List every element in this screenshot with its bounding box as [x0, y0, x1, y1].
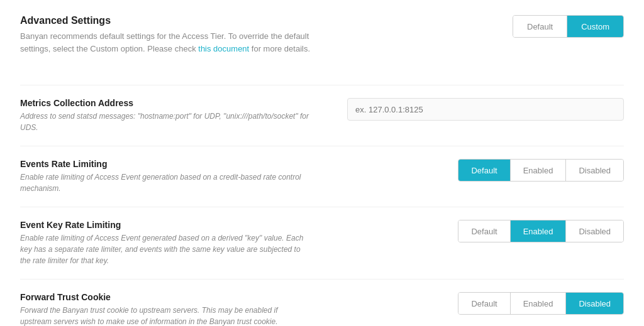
section-forward-trust-cookie: Forward Trust CookieForward the Banyan t… — [20, 279, 624, 326]
section-title-events-rate-limiting: Events Rate Limiting — [20, 159, 309, 169]
page-description: Banyan recommends default settings for t… — [20, 30, 335, 55]
section-desc-event-key-rate-limiting: Enable rate limiting of Access Event gen… — [20, 232, 309, 266]
input-metrics-collection[interactable] — [347, 98, 624, 121]
section-metrics-collection: Metrics Collection AddressAddress to sen… — [20, 85, 624, 146]
section-desc-forward-trust-cookie: Forward the Banyan trust cookie to upstr… — [20, 305, 309, 326]
section-right-metrics-collection — [347, 98, 624, 121]
tristate-event-key-rate-limiting: DefaultEnabledDisabled — [458, 220, 624, 242]
custom-button[interactable]: Custom — [567, 16, 623, 37]
description-text-2: for more details. — [249, 44, 310, 53]
btn-forward-trust-cookie-default[interactable]: Default — [458, 293, 510, 314]
btn-events-rate-limiting-default[interactable]: Default — [458, 160, 510, 181]
btn-event-key-rate-limiting-enabled[interactable]: Enabled — [511, 220, 567, 242]
btn-forward-trust-cookie-disabled[interactable]: Disabled — [566, 293, 623, 314]
section-left-events-rate-limiting: Events Rate LimitingEnable rate limiting… — [20, 159, 335, 194]
page-title: Advanced Settings — [20, 15, 335, 26]
tristate-forward-trust-cookie: DefaultEnabledDisabled — [458, 292, 624, 315]
section-event-key-rate-limiting: Event Key Rate LimitingEnable rate limit… — [20, 207, 624, 279]
section-right-events-rate-limiting: DefaultEnabledDisabled — [458, 159, 624, 182]
btn-event-key-rate-limiting-default[interactable]: Default — [458, 220, 510, 242]
section-left-metrics-collection: Metrics Collection AddressAddress to sen… — [20, 98, 335, 133]
section-title-metrics-collection: Metrics Collection Address — [20, 98, 309, 108]
section-desc-events-rate-limiting: Enable rate limiting of Access Event gen… — [20, 171, 309, 194]
advanced-settings-header: Advanced Settings Banyan recommends defa… — [20, 15, 624, 67]
default-button[interactable]: Default — [513, 16, 567, 37]
section-desc-metrics-collection: Address to send statsd messages: "hostna… — [20, 111, 309, 133]
settings-sections: Metrics Collection AddressAddress to sen… — [20, 85, 624, 326]
btn-forward-trust-cookie-enabled[interactable]: Enabled — [511, 293, 567, 314]
default-custom-toggle: Default Custom — [513, 15, 624, 38]
section-title-forward-trust-cookie: Forward Trust Cookie — [20, 292, 309, 302]
section-left-event-key-rate-limiting: Event Key Rate LimitingEnable rate limit… — [20, 220, 335, 266]
btn-events-rate-limiting-disabled[interactable]: Disabled — [566, 160, 623, 181]
section-left-forward-trust-cookie: Forward Trust CookieForward the Banyan t… — [20, 292, 335, 326]
section-events-rate-limiting: Events Rate LimitingEnable rate limiting… — [20, 146, 624, 207]
section-right-event-key-rate-limiting: DefaultEnabledDisabled — [458, 220, 624, 242]
tristate-events-rate-limiting: DefaultEnabledDisabled — [458, 159, 624, 182]
section-right-forward-trust-cookie: DefaultEnabledDisabled — [458, 292, 624, 315]
this-document-link[interactable]: this document — [198, 44, 249, 53]
btn-event-key-rate-limiting-disabled[interactable]: Disabled — [566, 220, 623, 242]
section-title-event-key-rate-limiting: Event Key Rate Limiting — [20, 220, 309, 230]
header-left: Advanced Settings Banyan recommends defa… — [20, 15, 335, 67]
btn-events-rate-limiting-enabled[interactable]: Enabled — [511, 160, 567, 181]
